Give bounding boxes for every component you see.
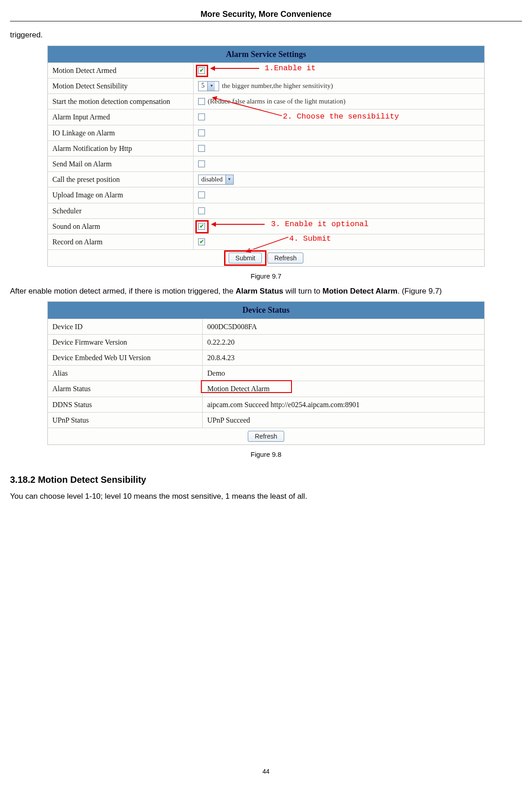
- table-row: Device Firmware Version 0.22.2.20: [48, 334, 484, 350]
- alarm-settings-title: Alarm Service Settings: [48, 46, 484, 62]
- alarm-input-checkbox[interactable]: [198, 114, 205, 120]
- row-label: Device Embeded Web UI Version: [48, 350, 203, 365]
- row-label: Record on Alarm: [48, 234, 194, 249]
- send-mail-checkbox[interactable]: [198, 160, 205, 167]
- sound-on-alarm-checkbox[interactable]: [198, 223, 205, 230]
- row-label: Motion Detect Armed: [48, 63, 194, 78]
- table-row: Call the preset position disabled ▾: [48, 171, 484, 187]
- body-triggered: triggered.: [10, 30, 522, 41]
- sensibility-value: 5: [201, 81, 205, 90]
- table-row: Alias Demo: [48, 365, 484, 381]
- section-body: You can choose level 1-10; level 10 mean…: [10, 491, 522, 502]
- call-preset-select[interactable]: disabled ▾: [198, 175, 234, 185]
- row-value: 000DC5D008FA: [203, 319, 484, 334]
- row-label: Start the motion detection compensation: [48, 94, 194, 109]
- table-row: Record on Alarm 4. Submit: [48, 234, 484, 249]
- table-row: Device Embeded Web UI Version 20.8.4.23: [48, 350, 484, 365]
- row-label: Sound on Alarm: [48, 219, 194, 234]
- http-checkbox[interactable]: [198, 145, 205, 152]
- table-row: IO Linkage on Alarm: [48, 125, 484, 140]
- io-linkage-checkbox[interactable]: [198, 129, 205, 136]
- button-row: Refresh: [48, 428, 484, 445]
- table-row: Scheduler: [48, 203, 484, 218]
- motion-detect-armed-checkbox[interactable]: [198, 67, 205, 74]
- row-value: Demo: [203, 366, 484, 381]
- submit-button[interactable]: Submit: [229, 253, 262, 264]
- row-label: Upload Image on Alarm: [48, 187, 194, 202]
- table-row: Motion Detect Sensibility 5 ▾ the bigger…: [48, 78, 484, 93]
- table-row: Start the motion detection compensation …: [48, 93, 484, 109]
- table-row: Motion Detect Armed 1.Enable it: [48, 62, 484, 78]
- text: After enable motion detect armed, if the…: [10, 287, 235, 295]
- text: Motion Detect Alarm: [322, 287, 398, 295]
- call-preset-value: disabled: [201, 175, 223, 184]
- row-value: UPnP Succeed: [203, 413, 484, 428]
- row-label: Call the preset position: [48, 172, 194, 187]
- table-row: Sound on Alarm 3. Enable it optional: [48, 218, 484, 234]
- record-on-alarm-checkbox[interactable]: [198, 238, 205, 245]
- row-label: IO Linkage on Alarm: [48, 125, 194, 140]
- table-row: DDNS Status aipcam.com Succeed http://e0…: [48, 397, 484, 412]
- table-row: Alarm Status Motion Detect Alarm: [48, 381, 484, 396]
- row-value: 0.22.2.20: [203, 335, 484, 350]
- alarm-settings-table: Alarm Service Settings Motion Detect Arm…: [47, 46, 485, 267]
- annotation-4: 4. Submit: [289, 233, 331, 245]
- row-label: DDNS Status: [48, 397, 203, 412]
- page-header: More Security, More Convenience: [10, 8, 522, 21]
- sensibility-select[interactable]: 5 ▾: [198, 81, 219, 91]
- annotation-1: 1.Enable it: [265, 63, 316, 74]
- row-value: aipcam.com Succeed http://e0254.aipcam.c…: [203, 397, 484, 412]
- row-label: Alias: [48, 366, 203, 381]
- figure98-caption: Figure 9.8: [10, 450, 522, 460]
- row-label: Scheduler: [48, 203, 194, 218]
- section-heading: 3.18.2 Motion Detect Sensibility: [10, 473, 522, 486]
- row-label: Device ID: [48, 319, 203, 334]
- compensation-checkbox[interactable]: [198, 98, 205, 105]
- upload-image-checkbox[interactable]: [198, 191, 205, 198]
- scheduler-checkbox[interactable]: [198, 207, 205, 214]
- table-row: Alarm Input Armed 2. Choose the sensibil…: [48, 109, 484, 124]
- refresh-button[interactable]: Refresh: [248, 431, 284, 442]
- chevron-down-icon: ▾: [225, 175, 233, 184]
- row-label: Alarm Status: [48, 381, 203, 396]
- row-label: Device Firmware Version: [48, 335, 203, 350]
- row-label: Motion Detect Sensibility: [48, 78, 194, 93]
- annotation-2: 2. Choose the sensibility: [283, 111, 399, 123]
- table-row: UPnP Status UPnP Succeed: [48, 412, 484, 428]
- refresh-button[interactable]: Refresh: [267, 253, 303, 264]
- device-status-table: Device Status Device ID 000DC5D008FA Dev…: [47, 301, 485, 445]
- table-row: Upload Image on Alarm: [48, 187, 484, 202]
- alarm-status-value: Motion Detect Alarm: [207, 383, 270, 394]
- sensibility-note: the bigger number,the higher sensitivity…: [222, 81, 333, 91]
- button-row: Submit Refresh: [48, 249, 484, 266]
- text: Alarm Status: [235, 287, 283, 295]
- compensation-note: (Reduce false alarms in case of the ligh…: [208, 97, 345, 107]
- chevron-down-icon: ▾: [207, 82, 215, 91]
- page-number: 44: [10, 767, 522, 776]
- table-row: Device ID 000DC5D008FA: [48, 319, 484, 334]
- text: will turn to: [283, 287, 322, 295]
- device-status-title: Device Status: [48, 302, 484, 318]
- text: . (Figure 9.7): [398, 287, 442, 295]
- figure97-caption: Figure 9.7: [10, 271, 522, 281]
- row-value: 20.8.4.23: [203, 350, 484, 365]
- row-label: Alarm Input Armed: [48, 109, 194, 124]
- row-label: UPnP Status: [48, 413, 203, 428]
- annotation-3: 3. Enable it optional: [271, 219, 368, 230]
- table-row: Send Mail on Alarm: [48, 156, 484, 171]
- row-label: Send Mail on Alarm: [48, 156, 194, 171]
- table-row: Alarm Notification by Http: [48, 140, 484, 156]
- body-after: After enable motion detect armed, if the…: [10, 286, 522, 297]
- row-label: Alarm Notification by Http: [48, 141, 194, 156]
